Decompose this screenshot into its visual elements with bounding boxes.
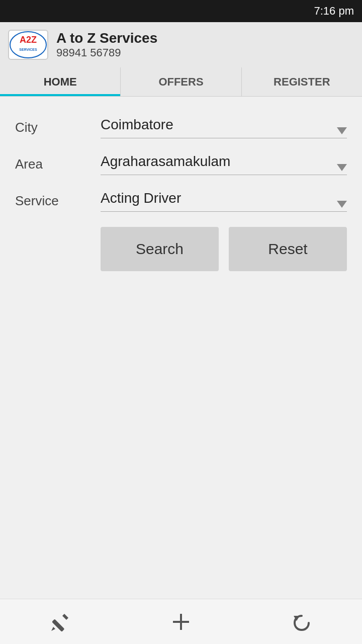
service-dropdown-arrow xyxy=(337,201,347,208)
service-field[interactable]: Acting Driver xyxy=(101,190,347,212)
app-name: A to Z Services xyxy=(56,30,157,46)
action-buttons: Search Reset xyxy=(15,227,347,271)
service-label: Service xyxy=(15,193,101,209)
add-icon-button[interactable] xyxy=(168,609,194,634)
bottom-nav-bar xyxy=(0,599,362,644)
tab-home[interactable]: HOME xyxy=(0,67,121,96)
city-dropdown-arrow xyxy=(337,127,347,134)
edit-icon-button[interactable] xyxy=(48,609,73,634)
back-icon-button[interactable] xyxy=(289,609,314,634)
area-dropdown-arrow xyxy=(337,164,347,171)
service-row: Service Acting Driver xyxy=(15,190,347,212)
city-label: City xyxy=(15,120,101,135)
app-logo: A2Z SERVICES xyxy=(8,30,48,60)
area-field[interactable]: Agraharasamakulam xyxy=(101,153,347,175)
phone-number: 98941 56789 xyxy=(56,46,157,59)
city-value: Coimbatore xyxy=(101,117,347,138)
pencil-icon xyxy=(49,611,71,633)
reset-button[interactable]: Reset xyxy=(229,227,347,271)
svg-rect-4 xyxy=(52,619,64,631)
main-content: City Coimbatore Area Agraharasamakulam S… xyxy=(0,97,362,599)
svg-marker-5 xyxy=(62,614,68,620)
tab-offers[interactable]: OFFERS xyxy=(121,67,241,96)
search-button[interactable]: Search xyxy=(101,227,219,271)
status-time: 7:16 pm xyxy=(314,5,354,18)
tab-register[interactable]: REGISTER xyxy=(242,67,362,96)
app-header: A2Z SERVICES A to Z Services 98941 56789 xyxy=(0,22,362,67)
city-field[interactable]: Coimbatore xyxy=(101,117,347,138)
plus-icon xyxy=(170,611,192,633)
svg-text:A2Z: A2Z xyxy=(20,35,37,45)
svg-text:SERVICES: SERVICES xyxy=(19,48,37,51)
area-label: Area xyxy=(15,156,101,172)
area-value: Agraharasamakulam xyxy=(101,153,347,175)
search-form: City Coimbatore Area Agraharasamakulam S… xyxy=(0,97,362,286)
header-info: A to Z Services 98941 56789 xyxy=(56,30,157,59)
status-bar: 7:16 pm xyxy=(0,0,362,22)
service-value: Acting Driver xyxy=(101,190,347,212)
svg-rect-7 xyxy=(173,621,189,623)
city-row: City Coimbatore xyxy=(15,117,347,138)
nav-tabs: HOME OFFERS REGISTER xyxy=(0,67,362,97)
undo-icon xyxy=(291,611,313,633)
area-row: Area Agraharasamakulam xyxy=(15,153,347,175)
